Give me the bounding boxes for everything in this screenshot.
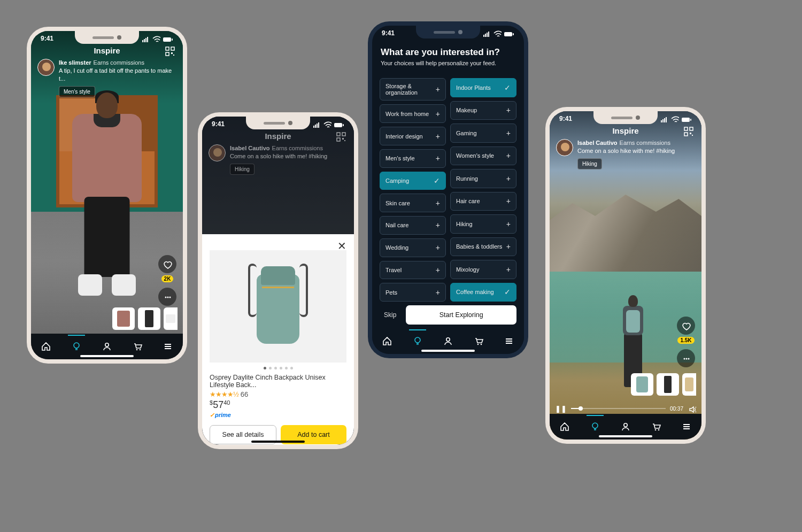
interest-pill[interactable]: Wedding+ [380, 238, 446, 257]
home-indicator [599, 435, 652, 437]
nav-menu[interactable] [498, 330, 520, 352]
phone-interests: 9:41 What are you interested in? Your ch… [368, 21, 528, 358]
avatar[interactable] [556, 139, 573, 156]
nav-home[interactable] [376, 330, 398, 352]
nav-menu[interactable] [157, 336, 179, 357]
battery-icon [681, 115, 692, 122]
interests-heading: What are you interested in? [381, 47, 515, 58]
nav-inspire[interactable] [407, 330, 428, 352]
tag-chip[interactable]: Hiking [577, 158, 602, 170]
battery-icon [504, 29, 514, 37]
rating[interactable]: ★★★★½66 [210, 390, 346, 398]
status-time: 9:41 [382, 29, 395, 37]
interest-label: Travel [385, 267, 436, 273]
more-button[interactable] [677, 349, 695, 367]
interest-pill[interactable]: Indoor Plants✓ [450, 78, 516, 97]
tag-chip: Hiking [230, 164, 255, 175]
video-progress[interactable]: ❚❚ 00:37 [555, 404, 696, 413]
interest-label: Running [456, 175, 506, 182]
interest-label: Hair care [456, 198, 506, 204]
like-button[interactable] [677, 317, 695, 335]
like-count: 2K [161, 275, 174, 282]
nav-profile[interactable] [437, 330, 459, 352]
nav-cart[interactable] [468, 330, 489, 352]
nav-profile[interactable] [615, 416, 636, 437]
check-icon: ✓ [504, 288, 511, 296]
progress-track[interactable] [571, 408, 666, 409]
signal-icon [312, 120, 321, 128]
like-button[interactable] [158, 255, 176, 273]
product-thumb[interactable] [112, 307, 135, 330]
start-exploring-button[interactable]: Start Exploring [406, 305, 516, 325]
plus-icon: + [506, 151, 511, 160]
interest-pill[interactable]: Men's style+ [380, 149, 446, 168]
qr-icon[interactable] [336, 132, 346, 144]
carousel-dots[interactable] [202, 363, 354, 374]
interest-pill[interactable]: Makeup+ [450, 101, 516, 120]
author-row[interactable]: Isabel CautivoEarns commissions Come on … [556, 139, 695, 169]
product-title[interactable]: Osprey Daylite Cinch Backpack Unisex Lif… [210, 374, 346, 389]
more-button[interactable] [158, 288, 176, 306]
interest-pill[interactable]: Storage & organization+ [380, 78, 446, 101]
interest-pill[interactable]: Women's style+ [450, 147, 516, 166]
interest-pill[interactable]: Camping✓ [380, 172, 446, 190]
home-indicator [80, 355, 134, 357]
product-thumbs [631, 373, 696, 396]
product-thumb[interactable] [631, 373, 653, 396]
tag-chip[interactable]: Men's style [59, 86, 95, 98]
interest-pill[interactable]: Coffee making✓ [450, 283, 516, 302]
plus-icon: + [506, 129, 511, 137]
wifi-icon [152, 35, 160, 42]
interest-label: Coffee making [456, 289, 504, 295]
plus-icon: + [436, 86, 440, 94]
interest-pill[interactable]: Gaming+ [450, 124, 516, 143]
interest-pill[interactable]: Skin care+ [380, 194, 446, 212]
wifi-icon [493, 29, 502, 37]
prime-badge: prime [210, 412, 346, 419]
product-image[interactable] [210, 250, 346, 363]
product-thumb[interactable] [657, 373, 679, 396]
caption: Come on a solo hike with me! #hiking [230, 152, 327, 160]
product-thumb[interactable] [138, 307, 160, 330]
interest-label: Camping [385, 178, 434, 184]
nav-inspire[interactable] [584, 416, 606, 437]
interest-pill[interactable]: Pets+ [380, 283, 446, 302]
interests-subheading: Your choices will help personalize your … [381, 60, 515, 66]
nav-cart[interactable] [645, 416, 667, 437]
nav-menu[interactable] [676, 416, 697, 437]
interest-label: Nail care [385, 222, 436, 228]
interest-pill[interactable]: Work from home+ [380, 104, 446, 123]
interest-pill[interactable]: Mixology+ [450, 260, 516, 279]
nav-home[interactable] [35, 336, 57, 357]
qr-icon[interactable] [683, 126, 694, 139]
nav-cart[interactable] [127, 336, 148, 357]
interest-pill[interactable]: Travel+ [380, 261, 446, 280]
plus-icon: + [506, 265, 511, 274]
page-title: Inspire [31, 46, 183, 55]
author-row[interactable]: Ike slimsterEarns commissions A tip, I c… [37, 59, 176, 97]
plus-icon: + [436, 132, 440, 141]
interest-label: Men's style [385, 155, 436, 161]
product-thumb[interactable] [164, 307, 178, 330]
product-thumb[interactable] [682, 373, 696, 396]
interest-label: Makeup [456, 107, 506, 113]
interest-pill[interactable]: Running+ [450, 169, 516, 188]
interest-pill[interactable]: Nail care+ [380, 216, 446, 235]
skip-button[interactable]: Skip [380, 311, 400, 319]
qr-icon[interactable] [165, 46, 175, 59]
nav-profile[interactable] [96, 336, 118, 357]
interest-pill[interactable]: Interior design+ [380, 127, 446, 145]
check-icon: ✓ [504, 83, 511, 92]
interests-col-right: Indoor Plants✓Makeup+Gaming+Women's styl… [450, 78, 516, 302]
volume-icon[interactable] [688, 404, 696, 413]
nav-inspire[interactable] [66, 336, 87, 357]
close-icon[interactable]: ✕ [337, 240, 346, 252]
pause-icon[interactable]: ❚❚ [555, 405, 567, 413]
avatar[interactable] [37, 59, 55, 76]
interest-pill[interactable]: Hiking+ [450, 214, 516, 234]
interest-pill[interactable]: Hair care+ [450, 192, 516, 211]
interest-label: Hiking [456, 221, 506, 227]
page-title: Inspire [550, 126, 701, 135]
nav-home[interactable] [554, 416, 575, 437]
interest-pill[interactable]: Babies & toddlers+ [450, 237, 516, 257]
